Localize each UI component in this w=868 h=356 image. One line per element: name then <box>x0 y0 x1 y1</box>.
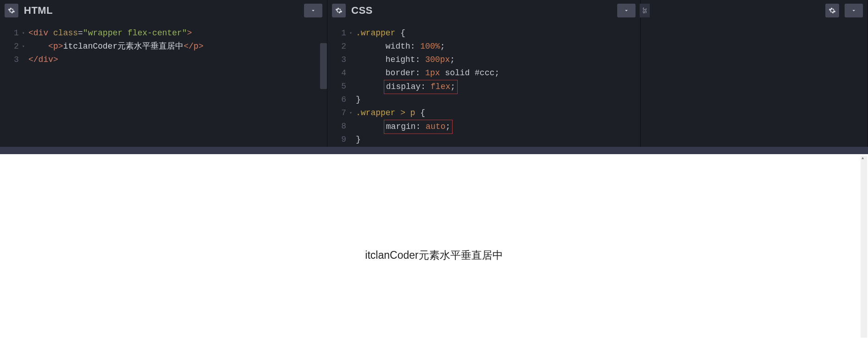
html-settings-button[interactable] <box>5 4 18 17</box>
gear-icon <box>335 7 343 14</box>
preview-scrollbar[interactable] <box>861 156 867 338</box>
chevron-down-icon <box>310 7 316 14</box>
gear-icon <box>829 7 836 14</box>
css-pane: CSS 1 2 3 4 5 6 7 8 9 .wrapper { width: … <box>327 0 641 147</box>
css-settings-button[interactable] <box>332 4 346 17</box>
preview-pane: itclanCoder元素水平垂直居中 <box>0 154 868 356</box>
css-pane-title: CSS <box>351 5 373 17</box>
html-gutter: 1 2 3 <box>0 27 25 67</box>
js-pane-header: JS <box>641 0 868 21</box>
css-gutter: 1 2 3 4 5 6 7 8 9 <box>327 27 353 146</box>
js-pane: JS <box>641 0 868 147</box>
html-pane-title: HTML <box>24 5 53 17</box>
html-scrollbar[interactable] <box>320 43 327 89</box>
html-code-lines: <div class="wrapper flex-center"> <p>itc… <box>28 27 327 67</box>
css-code-editor[interactable]: 1 2 3 4 5 6 7 8 9 .wrapper { width: 100%… <box>327 21 640 147</box>
chevron-down-icon <box>851 7 857 14</box>
css-code-lines: .wrapper { width: 100%; height: 300px; b… <box>356 27 640 146</box>
css-dropdown-button[interactable] <box>617 4 636 17</box>
preview-text: itclanCoder元素水平垂直居中 <box>365 248 503 262</box>
highlight-margin-auto: margin: auto; <box>384 120 453 134</box>
html-dropdown-button[interactable] <box>304 4 322 17</box>
js-settings-button[interactable] <box>825 4 839 17</box>
js-dropdown-button[interactable] <box>845 4 863 17</box>
css-pane-header: CSS <box>327 0 640 21</box>
highlight-display-flex: display: flex; <box>384 80 458 94</box>
editors-row: HTML 1 2 3 <div class="wrapper flex-cent… <box>0 0 868 147</box>
html-pane-header: HTML <box>0 0 327 21</box>
html-code-editor[interactable]: 1 2 3 <div class="wrapper flex-center"> … <box>0 21 327 147</box>
html-pane: HTML 1 2 3 <div class="wrapper flex-cent… <box>0 0 327 147</box>
gear-icon <box>8 7 15 14</box>
js-code-editor[interactable] <box>641 21 868 147</box>
horizontal-splitter[interactable] <box>0 147 868 154</box>
js-tab-label[interactable]: JS <box>640 4 650 17</box>
chevron-down-icon <box>623 7 630 14</box>
